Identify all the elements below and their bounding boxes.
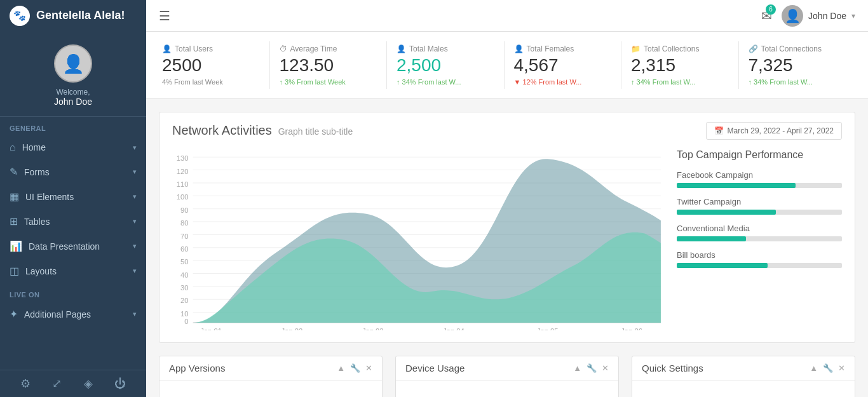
sidebar-item-tables[interactable]: ⊞ Tables ▾ [0,209,146,234]
sidebar-item-forms-label: Forms [24,167,50,177]
stats-bar: 👤 Total Users 2500 4% From last Week ⏱ A… [146,32,868,99]
main-layout: 👤 Welcome, John Doe GENERAL ⌂ Home ▾ ✎ F… [0,32,868,397]
progress-bar-bg-facebook [677,183,842,188]
panel-device-usage-controls: ▲ 🔧 ✕ [573,363,609,373]
chevron-right-icon-3: ▾ [133,192,137,201]
brand-logo[interactable]: 🐾 Gentelella Alela! [0,0,146,32]
svg-text:50: 50 [180,258,188,266]
progress-bar-bg-billboards [677,263,842,268]
panel-quick-settings-header: Quick Settings ▲ 🔧 ✕ [632,356,855,380]
stat-total-females-sub: ▼ 12% From last W... [514,78,612,86]
sidebar-item-forms[interactable]: ✎ Forms ▾ [0,159,146,184]
stat-total-females-label: 👤 Total Females [514,44,612,53]
sidebar-item-data-left: 📊 Data Presentation [10,240,100,252]
sidebar-item-data-label: Data Presentation [29,241,100,252]
stat-total-connections-sub: ↑ 34% From last W... [749,78,846,86]
stat-total-users-label: 👤 Total Users [162,44,260,53]
campaign-label-conventional: Conventional Media [677,224,842,233]
progress-bar-fill-conventional [677,236,746,241]
panel-app-versions: App Versions ▲ 🔧 ✕ [159,356,383,397]
sidebar-footer: ⚙ ⤢ ◈ ⏻ [0,370,146,397]
sidebar-item-addpages-left: ✦ Additional Pages [10,308,91,320]
sidebar-avatar: 👤 [54,44,92,83]
power-icon[interactable]: ⏻ [114,377,126,391]
stat-total-connections-label: 🔗 Total Connections [749,44,846,53]
stat-total-collections-value: 2,315 [631,56,729,76]
sidebar-item-layouts[interactable]: ◫ Layouts ▾ [0,259,146,283]
stat-total-users: 👤 Total Users 2500 4% From last Week [159,41,270,89]
sidebar-item-home-left: ⌂ Home [10,142,46,153]
tables-icon: ⊞ [10,215,18,227]
stat-total-males: 👤 Total Males 2,500 ↑ 34% From last W... [387,41,505,89]
svg-text:40: 40 [180,271,188,278]
collapse-icon[interactable]: ▲ [337,363,345,373]
sidebar-item-ui-elements[interactable]: ▦ UI Elements ▾ [0,184,146,209]
svg-text:Jan 05: Jan 05 [537,327,559,330]
progress-bar-fill-twitter [677,210,776,215]
campaign-label-facebook: Facebook Campaign [677,170,842,180]
progress-bar-bg-conventional [677,236,842,241]
mail-badge: 6 [766,4,776,15]
user-menu[interactable]: 👤 John Doe ▾ [782,5,855,27]
section-label-live-on: LIVE ON [0,283,146,302]
svg-text:Jan 01: Jan 01 [200,327,222,330]
code-icon[interactable]: ◈ [84,377,93,391]
sidebar-item-home[interactable]: ⌂ Home ▾ [0,135,146,159]
mail-button[interactable]: ✉ 6 [761,8,772,24]
svg-text:90: 90 [180,206,188,214]
date-picker-button[interactable]: 📅 March 29, 2022 - April 27, 2022 [706,122,842,140]
campaign-panel-title: Top Campaign Performance [677,149,842,161]
stat-avg-time-label: ⏱ Average Time [280,44,377,53]
campaign-label-billboards: Bill boards [677,250,842,260]
campaign-item-facebook: Facebook Campaign [677,170,842,188]
sidebar-toggle[interactable]: ☰ [146,8,183,24]
sidebar-item-home-label: Home [22,142,46,152]
panel-quick-settings-body [632,380,855,397]
stat-total-collections: 📁 Total Collections 2,315 ↑ 34% From las… [621,41,739,89]
bottom-panels: App Versions ▲ 🔧 ✕ Device Usage ▲ [159,356,855,397]
chart-area: 130 120 110 100 90 80 70 60 50 40 30 20 [172,149,664,333]
panel-device-usage-header: Device Usage ▲ 🔧 ✕ [396,356,618,380]
close-icon-2[interactable]: ✕ [602,363,609,373]
stat-total-females-value: 4,567 [514,56,612,76]
sidebar-item-forms-left: ✎ Forms [10,166,50,178]
svg-text:100: 100 [177,193,189,201]
chart-subtitle: Graph title sub-title [278,126,353,137]
stat-total-males-value: 2,500 [397,56,494,76]
expand-icon[interactable]: ⤢ [52,377,62,391]
stat-total-connections: 🔗 Total Connections 7,325 ↑ 34% From las… [739,41,856,89]
collapse-icon-2[interactable]: ▲ [573,363,581,373]
calendar-icon: 📅 [714,126,724,135]
close-icon[interactable]: ✕ [365,363,372,373]
svg-text:30: 30 [180,284,188,292]
svg-text:Jan 06: Jan 06 [621,327,642,330]
panel-device-usage-title: Device Usage [405,363,465,373]
svg-text:110: 110 [177,180,189,188]
sidebar-item-additional-pages[interactable]: ✦ Additional Pages ▾ [0,302,146,326]
campaign-item-twitter: Twitter Campaign [677,197,842,215]
stat-total-connections-value: 7,325 [749,56,846,76]
campaign-item-conventional: Conventional Media [677,224,842,241]
settings-icon[interactable]: ⚙ [20,377,31,391]
home-icon: ⌂ [10,142,16,153]
collapse-icon-3[interactable]: ▲ [810,363,818,373]
sidebar-item-tables-label: Tables [24,217,50,227]
sidebar-item-additional-pages-label: Additional Pages [24,309,91,320]
sidebar-item-layouts-label: Layouts [25,266,57,276]
wrench-icon-2[interactable]: 🔧 [587,363,597,373]
sidebar-item-data-presentation[interactable]: 📊 Data Presentation ▾ [0,234,146,259]
wrench-icon[interactable]: 🔧 [350,363,360,373]
stat-total-users-value: 2500 [162,56,260,76]
svg-text:Jan 04: Jan 04 [443,327,465,330]
campaign-item-billboards: Bill boards [677,250,842,268]
stat-total-males-sub: ↑ 34% From last W... [397,78,494,86]
wrench-icon-3[interactable]: 🔧 [823,363,833,373]
close-icon-3[interactable]: ✕ [838,363,845,373]
progress-bar-bg-twitter [677,210,842,215]
panel-quick-settings-controls: ▲ 🔧 ✕ [810,363,845,373]
svg-text:60: 60 [180,245,188,253]
content-area: 👤 Total Users 2500 4% From last Week ⏱ A… [146,32,868,397]
ui-elements-icon: ▦ [10,191,19,203]
time-icon: ⏱ [280,44,287,53]
sidebar-item-ui-label: UI Elements [25,192,74,202]
